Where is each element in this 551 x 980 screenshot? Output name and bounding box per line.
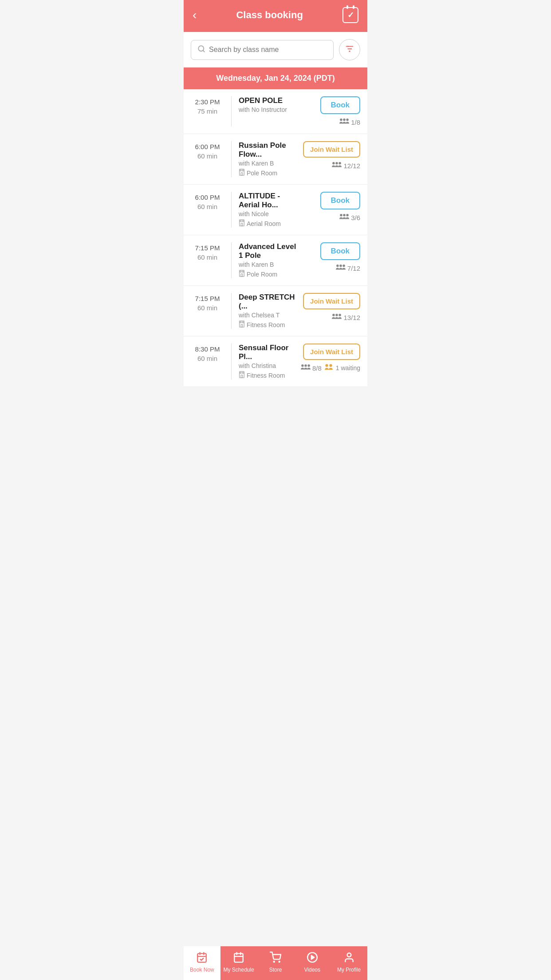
waitlist-button[interactable]: Join Wait List — [303, 141, 360, 158]
class-item: 6:00 PM 60 min ALTITUDE - Aerial Ho... w… — [184, 185, 367, 235]
class-room: Pole Room — [239, 270, 297, 278]
class-room: Aerial Room — [239, 219, 297, 228]
class-list: 2:30 PM 75 min OPEN POLE with No Instruc… — [184, 89, 367, 387]
svg-point-44 — [304, 364, 307, 367]
svg-rect-34 — [240, 322, 241, 323]
class-info: Advanced Level 1 Pole with Karen B Pole … — [239, 242, 297, 278]
svg-rect-41 — [240, 372, 241, 374]
room-name: Aerial Room — [247, 220, 281, 227]
class-time: 8:30 PM 60 min — [191, 344, 224, 363]
svg-rect-26 — [241, 274, 243, 277]
class-room: Fitness Room — [239, 371, 295, 379]
search-input[interactable] — [209, 46, 327, 54]
class-item: 7:15 PM 60 min Advanced Level 1 Pole wit… — [184, 235, 367, 286]
date-banner: Wednesday, Jan 24, 2024 (PDT) — [184, 67, 367, 89]
svg-point-6 — [350, 48, 352, 49]
people-icon — [301, 364, 311, 372]
search-bar — [184, 32, 367, 67]
people-icon — [336, 264, 346, 273]
book-button[interactable]: Book — [320, 192, 361, 209]
people-icon — [332, 313, 342, 322]
svg-point-47 — [329, 364, 332, 367]
class-action: Join Wait List 12/12 — [303, 141, 360, 170]
class-name: OPEN POLE — [239, 96, 297, 105]
svg-point-45 — [307, 364, 310, 367]
waiting-count: 1 waiting — [336, 364, 360, 371]
book-button[interactable]: Book — [320, 242, 361, 260]
svg-point-23 — [343, 214, 346, 217]
svg-point-46 — [325, 364, 328, 367]
class-info: Sensual Floor Pl... with Christina Fitne… — [239, 344, 295, 379]
class-name: ALTITUDE - Aerial Ho... — [239, 192, 297, 209]
class-item: 2:30 PM 75 min OPEN POLE with No Instruc… — [184, 89, 367, 134]
class-name: Advanced Level 1 Pole — [239, 242, 297, 260]
svg-point-43 — [301, 364, 304, 367]
search-icon — [197, 45, 205, 55]
search-input-wrapper[interactable] — [191, 40, 334, 60]
back-button[interactable]: ‹ — [193, 9, 197, 21]
class-item: 6:00 PM 60 min Russian Pole Flow... with… — [184, 134, 367, 185]
capacity-count: 3/6 — [339, 213, 360, 222]
class-instructor: with Chelsea T — [239, 312, 297, 319]
svg-rect-12 — [241, 173, 243, 175]
class-time: 6:00 PM 60 min — [191, 192, 224, 211]
room-icon — [239, 320, 245, 329]
capacity-waiting: 8/8 1 waiting — [301, 364, 360, 372]
class-time: 2:30 PM 75 min — [191, 96, 224, 116]
capacity-count: 13/12 — [332, 313, 360, 322]
svg-point-17 — [339, 162, 342, 165]
svg-rect-35 — [242, 322, 244, 323]
waitlist-button[interactable]: Join Wait List — [303, 344, 360, 360]
page-title: Class booking — [236, 9, 303, 21]
capacity-count: 1/8 — [339, 118, 360, 126]
filter-icon — [345, 44, 354, 56]
class-info: Russian Pole Flow... with Karen B Pole R… — [239, 141, 297, 177]
class-action: Join Wait List 13/12 — [303, 293, 360, 322]
svg-point-8 — [340, 119, 342, 121]
class-name: Deep STRETCH (... — [239, 293, 297, 311]
svg-rect-14 — [242, 170, 244, 171]
class-instructor: with Christina — [239, 362, 295, 369]
class-info: ALTITUDE - Aerial Ho... with Nicole Aeri… — [239, 192, 297, 228]
book-button[interactable]: Book — [320, 96, 361, 114]
svg-rect-21 — [242, 221, 244, 222]
svg-rect-20 — [240, 221, 241, 222]
svg-rect-42 — [242, 372, 244, 374]
class-info: OPEN POLE with No Instructor — [239, 96, 297, 115]
class-name: Russian Pole Flow... — [239, 141, 297, 159]
room-icon — [239, 169, 245, 177]
waitlist-button[interactable]: Join Wait List — [303, 293, 360, 309]
svg-point-5 — [347, 46, 349, 47]
room-icon — [239, 270, 245, 278]
capacity-count: 12/12 — [332, 161, 360, 170]
svg-point-36 — [333, 314, 335, 316]
class-action: Book 1/8 — [303, 96, 360, 126]
header: ‹ Class booking ✓ — [184, 0, 367, 32]
svg-rect-28 — [242, 271, 244, 273]
class-time: 7:15 PM 60 min — [191, 293, 224, 312]
capacity-count: 8/8 — [301, 364, 322, 372]
class-time: 6:00 PM 60 min — [191, 141, 224, 161]
class-room: Pole Room — [239, 169, 297, 177]
class-info: Deep STRETCH (... with Chelsea T Fitness… — [239, 293, 297, 329]
people-icon — [339, 213, 349, 222]
svg-rect-13 — [240, 170, 241, 171]
class-divider — [231, 293, 232, 329]
svg-point-24 — [346, 214, 349, 217]
svg-point-9 — [343, 119, 346, 121]
date-label: Wednesday, Jan 24, 2024 (PDT) — [216, 74, 335, 83]
class-name: Sensual Floor Pl... — [239, 344, 295, 361]
room-name: Pole Room — [247, 271, 277, 278]
capacity-count: 7/12 — [336, 264, 360, 273]
svg-rect-33 — [241, 324, 243, 327]
svg-point-29 — [336, 265, 339, 267]
class-time: 7:15 PM 60 min — [191, 242, 224, 262]
filter-button[interactable] — [339, 39, 360, 60]
calendar-icon[interactable]: ✓ — [342, 7, 358, 23]
class-divider — [231, 141, 232, 177]
svg-point-31 — [342, 265, 345, 267]
class-divider — [231, 96, 232, 126]
svg-line-1 — [203, 50, 204, 51]
class-divider — [231, 344, 232, 379]
people-icon — [339, 118, 349, 126]
